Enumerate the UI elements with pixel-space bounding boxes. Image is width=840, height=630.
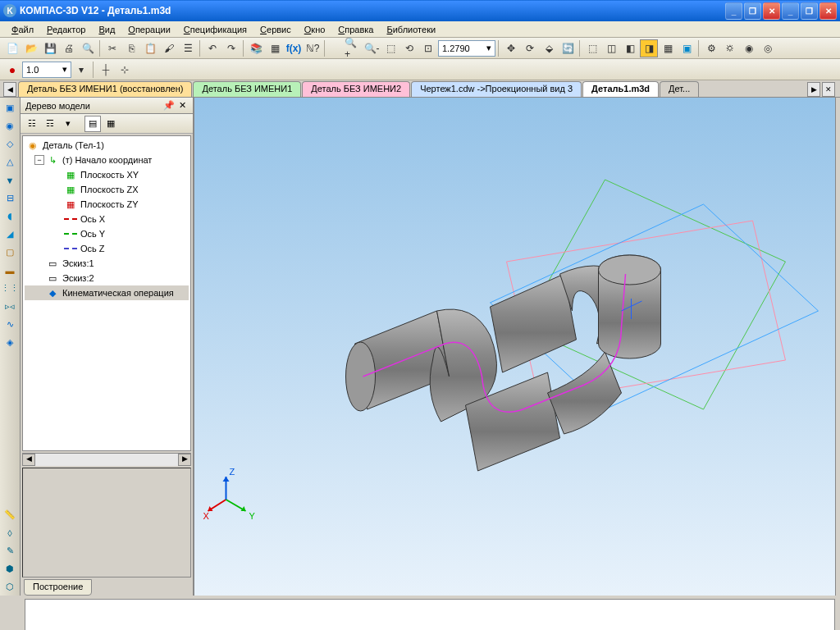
mirror-icon[interactable]: ▹◃ (2, 298, 19, 315)
menu-window[interactable]: Окно (298, 23, 332, 36)
menu-help[interactable]: Справка (331, 23, 380, 36)
zoom-prev-button[interactable]: ⟲ (400, 39, 418, 57)
tree-axis-x[interactable]: Ось X (25, 212, 189, 226)
preview-button[interactable]: 🔍 (79, 39, 97, 57)
tree-axis-z[interactable]: Ось Z (25, 241, 189, 256)
print-button[interactable]: 🖨 (60, 39, 78, 57)
axis-icon[interactable]: ┼ (97, 61, 115, 79)
stop-button[interactable]: ● (3, 61, 21, 79)
menu-libs[interactable]: Библиотеки (381, 23, 443, 36)
doc-tab-3[interactable]: Чертеж1.cdw ->Проекционный вид 3 (411, 81, 582, 97)
undo-button[interactable]: ↶ (203, 39, 221, 57)
cut-button[interactable]: ✂ (103, 39, 121, 57)
doc-tab-2[interactable]: Деталь БЕЗ ИМЕНИ2 (302, 81, 410, 97)
sketch-icon[interactable]: ✎ (2, 542, 19, 559)
maximize-button[interactable]: ❐ (801, 2, 818, 20)
ref-geom-icon[interactable]: ◊ (2, 524, 19, 541)
tab-close-button[interactable]: ✕ (822, 82, 835, 97)
fillet-icon[interactable]: ◖ (2, 208, 19, 225)
spec-button[interactable]: ▦ (266, 39, 284, 57)
tree-hscroll[interactable]: ◀▶ (22, 453, 191, 466)
tree-origin[interactable]: − ↳ (т) Начало координат (25, 153, 189, 167)
innerclose-button[interactable]: ✕ (763, 2, 780, 20)
hidden-button[interactable]: ◫ (602, 39, 620, 57)
tree-sketch-2[interactable]: ▭Эскиз:2 (25, 271, 189, 285)
redo-button[interactable]: ↷ (222, 39, 240, 57)
doc-tab-5[interactable]: Дет... (660, 81, 699, 97)
tree-view1-icon[interactable]: ☷ (24, 116, 40, 132)
menu-editor[interactable]: Редактор (40, 23, 92, 36)
tree-dropdown-icon[interactable]: ▾ (60, 116, 76, 132)
revolve-icon[interactable]: ◉ (2, 117, 19, 135)
tab-prev-button[interactable]: ◀ (3, 82, 16, 97)
new-button[interactable]: 📄 (3, 39, 21, 57)
tree-view4-icon[interactable]: ▦ (103, 116, 119, 132)
tree-view3-icon[interactable]: ▤ (84, 116, 101, 132)
hole-icon[interactable]: ⊟ (2, 189, 19, 207)
props-button[interactable]: ☰ (179, 39, 197, 57)
measure-icon[interactable]: 📏 (2, 506, 19, 523)
doc-tab-4[interactable]: Деталь1.m3d (582, 81, 659, 97)
tool-c[interactable]: ◉ (740, 39, 758, 57)
tree-sketch-1[interactable]: ▭Эскиз:1 (25, 256, 189, 271)
pattern-icon[interactable]: ⋮⋮ (2, 280, 19, 297)
restore-button[interactable]: ❐ (744, 2, 761, 20)
noedge-button[interactable]: ◧ (621, 39, 639, 57)
copy-button[interactable]: ⎘ (122, 39, 140, 57)
manager-button[interactable]: 📚 (247, 39, 265, 57)
model-tree[interactable]: ◉ Деталь (Тел-1) − ↳ (т) Начало координа… (22, 135, 191, 451)
shell-icon[interactable]: ▢ (2, 244, 19, 261)
menu-operations[interactable]: Операции (121, 23, 176, 36)
rib-icon[interactable]: ▬ (2, 262, 19, 279)
collapse-icon[interactable]: − (34, 155, 44, 165)
minimize2-button[interactable]: _ (782, 2, 799, 20)
tool-d[interactable]: ◎ (759, 39, 777, 57)
loft-icon[interactable]: △ (2, 153, 19, 171)
close-button[interactable]: ✕ (819, 2, 837, 20)
zoom-fit-button[interactable]: ⊡ (419, 39, 437, 57)
menu-view[interactable]: Вид (92, 23, 121, 36)
tree-axis-y[interactable]: Ось Y (25, 226, 189, 241)
command-panel[interactable] (25, 599, 835, 630)
minimize-button[interactable]: _ (725, 2, 742, 20)
pan-button[interactable]: ✥ (502, 39, 520, 57)
pin-icon[interactable]: 📌 (163, 100, 175, 111)
snap-icon[interactable]: ⊹ (116, 61, 134, 79)
zoom-window-button[interactable]: ⬚ (381, 39, 399, 57)
zoom-in-button[interactable]: 🔍+ (344, 39, 362, 57)
format-button[interactable]: 🖌 (160, 39, 178, 57)
tree-sweep-op[interactable]: ◆Кинематическая операция (25, 285, 189, 300)
tree-root[interactable]: ◉ Деталь (Тел-1) (25, 138, 189, 153)
panel-tab-build[interactable]: Построение (24, 579, 92, 596)
scale-field[interactable]: 1.0▾ (22, 62, 71, 78)
zoom-field[interactable]: 1.2790▾ (438, 40, 495, 57)
tree-view2-icon[interactable]: ☶ (42, 116, 58, 132)
tab-next-button[interactable]: ▶ (807, 82, 820, 97)
curve-icon[interactable]: ∿ (2, 316, 19, 333)
refresh-button[interactable]: 🔄 (559, 39, 577, 57)
surface-icon[interactable]: ◈ (2, 334, 19, 351)
rotate-button[interactable]: ⟳ (521, 39, 539, 57)
part-icon[interactable]: ⬢ (2, 560, 19, 578)
doc-tab-1[interactable]: Деталь БЕЗ ИМЕНИ1 (193, 81, 301, 97)
zoom-out-button[interactable]: 🔍- (363, 39, 381, 57)
paste-button[interactable]: 📋 (141, 39, 159, 57)
sweep-icon[interactable]: ◇ (2, 135, 19, 153)
menu-spec[interactable]: Спецификация (177, 23, 253, 36)
menu-file[interactable]: Файл (5, 23, 40, 36)
vars-button[interactable]: f(x) (285, 39, 303, 57)
perspective-button[interactable]: ▣ (678, 39, 696, 57)
cut-extrude-icon[interactable]: ▼ (2, 171, 19, 189)
shaded-edge-button[interactable]: ▦ (659, 39, 677, 57)
step-button[interactable]: ▾ (72, 61, 90, 79)
asm-icon[interactable]: ⬡ (2, 578, 19, 596)
tree-plane-zy[interactable]: ▦Плоскость ZY (25, 197, 189, 212)
orient-button[interactable]: ⬙ (540, 39, 558, 57)
wireframe-button[interactable]: ⬚ (583, 39, 601, 57)
tool-a[interactable]: ⚙ (702, 39, 720, 57)
tree-close-button[interactable]: ✕ (176, 100, 188, 111)
shaded-button[interactable]: ◨ (640, 39, 658, 57)
3d-viewport[interactable]: X Y Z (194, 98, 835, 596)
save-button[interactable]: 💾 (41, 39, 59, 57)
tree-plane-xy[interactable]: ▦Плоскость XY (25, 167, 189, 182)
